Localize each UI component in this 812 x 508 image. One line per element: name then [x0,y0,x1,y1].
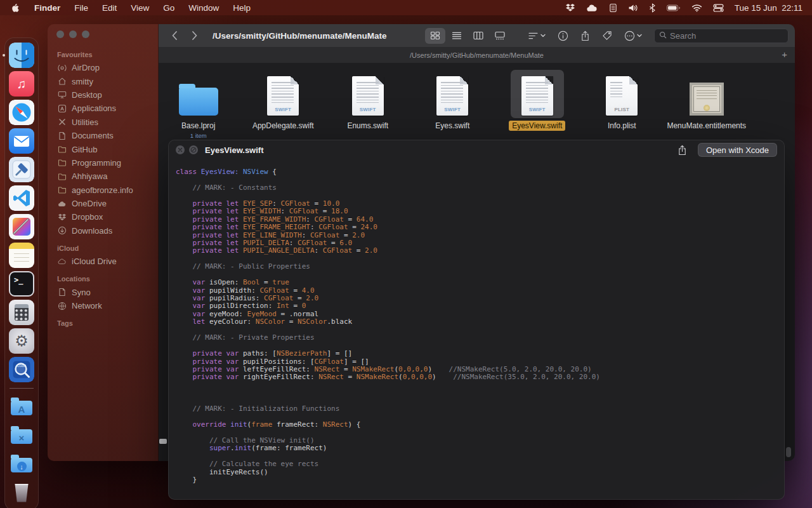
horizontal-scrollbar-thumb[interactable] [159,439,167,444]
view-mode-list-button[interactable] [447,28,467,44]
menu-bar-item-finder[interactable]: Finder [27,0,67,15]
sidebar-item-label: Desktop [72,90,102,100]
search-app-icon[interactable]: coau [9,357,34,382]
file-eyes-swift[interactable]: SWIFTEyes.swift [410,70,495,139]
file-appdelegate-swift[interactable]: SWIFTAppDelegate.swift [241,70,326,139]
more-button[interactable] [624,30,642,41]
sidebar-item-desktop[interactable]: Desktop [48,88,158,102]
file-eyesview-swift[interactable]: SWIFTEyesView.swift [495,70,580,139]
calculator-keys [15,304,29,321]
sidebar-item-programming[interactable]: Programming [48,156,158,170]
folder-applications-icon[interactable]: A [9,394,34,420]
tag-button[interactable] [602,30,612,41]
menu-bar-item-edit[interactable]: Edit [95,0,124,15]
view-mode-gallery-button[interactable] [490,28,510,44]
file-info-plist[interactable]: PLISTInfo.plist [580,70,665,139]
settings-icon[interactable]: ⚙ [9,328,34,354]
document-icon: SWIFT [352,76,384,116]
battery-icon[interactable] [666,4,681,11]
quicklook-header: EyesView.swift Open with Xcode [169,140,784,159]
terminal-icon[interactable]: >_ [9,271,34,297]
bluetooth-icon[interactable] [650,3,655,13]
finder-icon[interactable] [9,43,34,68]
sidebar-item-downloads[interactable]: Downloads [48,224,158,237]
music-icon[interactable]: ♫ [9,71,34,97]
sidebar-item-ageofbronze-info[interactable]: ageofbronze.info [48,184,158,197]
desktop: { "menu_bar": { "apple_icon": "apple", "… [0,0,812,508]
sidebar-item-dropbox[interactable]: Dropbox [48,210,158,224]
code-line: class EyesView: NSView { [176,168,780,176]
close-window-button[interactable] [56,30,64,38]
new-tab-button[interactable]: + [782,49,787,60]
dock-item-search-app: coau [9,357,34,382]
sidebar-item-github[interactable]: GitHub [48,142,158,156]
file-name-label: Eyes.swift [432,121,473,131]
utilities-icon [57,117,67,127]
safari-icon[interactable] [9,100,34,125]
vscode-icon[interactable] [9,185,34,211]
sidebar-item-onedrive[interactable]: OneDrive [48,197,158,210]
folder-downloads-icon[interactable]: ↓ [9,451,34,477]
file-base-lproj[interactable]: Base.lproj1 item [156,70,241,139]
sidebar-item-syno[interactable]: Syno [48,285,158,298]
menu-bar-item-view[interactable]: View [124,0,156,15]
folder-glyph: ↓ [17,462,27,471]
sidebar-item-ahhiyawa[interactable]: Ahhiyawa [48,170,158,183]
group-button[interactable] [528,32,546,40]
control-center-icon[interactable] [713,4,724,12]
menu-bar-item-go[interactable]: Go [156,0,181,15]
running-indicator [3,54,5,57]
volume-icon[interactable] [628,4,639,12]
share-icon[interactable] [678,145,687,156]
minimize-window-button[interactable] [69,30,77,38]
list-icon[interactable] [609,3,617,13]
sidebar-item-airdrop[interactable]: AirDrop [48,61,158,74]
sidebar-item-label: AirDrop [72,63,100,72]
menu-bar-item-help[interactable]: Help [226,0,258,15]
mail-icon[interactable] [9,128,34,154]
folder-utilities-icon[interactable]: × [9,423,34,448]
finder-path-tab-bar[interactable]: /Users/smitty/GitHub/menumate/MenuMate + [159,48,795,64]
file-enums-swift[interactable]: SWIFTEnums.swift [325,70,410,139]
view-mode-icons-button[interactable] [425,28,445,44]
document-icon: SWIFT [436,76,468,116]
trash-icon[interactable] [9,480,34,505]
search-input[interactable] [670,31,783,41]
sidebar-item-smitty[interactable]: smitty [48,74,158,88]
onedrive-icon[interactable] [586,4,598,12]
downloads-icon [57,226,67,236]
sidebar-item-icloud-drive[interactable]: iCloud Drive [48,255,158,268]
sidebar-item-applications[interactable]: Applications [48,102,158,115]
notes-icon[interactable] [9,243,34,268]
note-lines [14,253,29,263]
xcode-icon[interactable] [9,157,34,182]
calculator-icon[interactable] [9,300,34,325]
sidebar-item-label: iCloud Drive [72,257,117,266]
file-menumate-entitlements[interactable]: MenuMate.entitlements [664,70,749,139]
info-button[interactable] [558,30,568,41]
open-with-xcode-button[interactable]: Open with Xcode [698,143,777,157]
search-field[interactable] [654,29,789,43]
sidebar-item-network[interactable]: Network [48,299,158,312]
forward-button[interactable] [187,28,202,43]
menu-bar-item-window[interactable]: Window [181,0,226,15]
design-icon[interactable] [9,214,34,239]
view-mode-columns-button[interactable] [468,28,488,44]
dropbox-icon[interactable] [565,3,575,12]
quicklook-expand-button[interactable] [189,145,198,154]
back-button[interactable] [167,28,182,43]
apple-menu-icon[interactable] [0,3,27,13]
sidebar-item-utilities[interactable]: Utilities [48,116,158,129]
vertical-scrollbar-thumb[interactable] [786,447,791,457]
code-line: } [176,476,780,484]
sidebar-item-documents[interactable]: Documents [48,129,158,142]
file-name-label: MenuMate.entitlements [664,121,749,131]
quicklook-close-button[interactable] [176,145,185,154]
zoom-window-button[interactable] [82,30,89,38]
file-type-badge: PLIST [606,107,638,112]
search-icon [659,30,667,41]
menu-bar-item-file[interactable]: File [67,0,95,15]
share-button[interactable] [580,30,590,41]
menu-bar-clock[interactable]: Tue 15 Jun 22:11 [735,3,802,13]
wifi-icon[interactable] [691,4,702,12]
